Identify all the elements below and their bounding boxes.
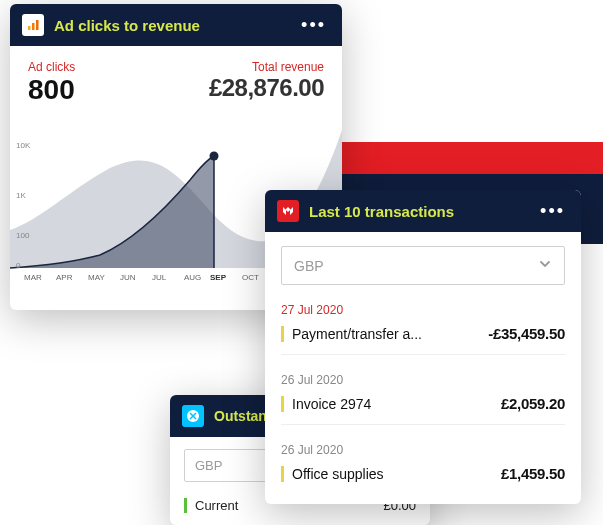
xtick: OCT <box>242 273 259 282</box>
background-stripe-red <box>300 142 603 174</box>
ytick: 10K <box>16 141 31 150</box>
transaction-amount: -£35,459.50 <box>488 325 565 342</box>
card-title: Ad clicks to revenue <box>54 17 287 34</box>
svg-rect-2 <box>32 23 35 30</box>
xtick: APR <box>56 273 73 282</box>
transaction-label: Invoice 2974 <box>281 396 371 412</box>
xtick: JUL <box>152 273 167 282</box>
transaction-label: Payment/transfer a... <box>281 326 422 342</box>
xtick: AUG <box>184 273 201 282</box>
ytick: 0 <box>16 261 21 270</box>
more-icon[interactable]: ••• <box>536 201 569 222</box>
dropdown-value: GBP <box>294 258 324 274</box>
ytick: 1K <box>16 191 26 200</box>
ytick: 100 <box>16 231 30 240</box>
svg-point-5 <box>210 152 219 161</box>
transaction-date: 26 Jul 2020 <box>281 373 565 387</box>
transaction-row[interactable]: Office supplies £1,459.50 <box>281 465 565 494</box>
transaction-date: 27 Jul 2020 <box>281 303 565 317</box>
transaction-date: 26 Jul 2020 <box>281 443 565 457</box>
card-header: Last 10 transactions ••• <box>265 190 581 232</box>
chevron-down-icon <box>538 257 552 274</box>
more-icon[interactable]: ••• <box>297 15 330 36</box>
transaction-row[interactable]: Invoice 2974 £2,059.20 <box>281 395 565 425</box>
xtick: MAR <box>24 273 42 282</box>
metric-label-clicks: Ad clicks <box>28 60 75 74</box>
metric-value-clicks: 800 <box>28 74 75 106</box>
card-header: Ad clicks to revenue ••• <box>10 4 342 46</box>
transaction-amount: £2,059.20 <box>501 395 565 412</box>
card-title: Last 10 transactions <box>309 203 526 220</box>
metric-label-revenue: Total revenue <box>209 60 324 74</box>
xero-icon <box>182 405 204 427</box>
transaction-amount: £1,459.50 <box>501 465 565 482</box>
currency-dropdown[interactable]: GBP <box>281 246 565 285</box>
transaction-row[interactable]: Payment/transfer a... -£35,459.50 <box>281 325 565 355</box>
last-transactions-card: Last 10 transactions ••• GBP 27 Jul 2020… <box>265 190 581 504</box>
svg-rect-1 <box>28 26 31 30</box>
xtick: JUN <box>120 273 136 282</box>
xtick-current: SEP <box>210 273 227 282</box>
svg-rect-3 <box>36 20 39 30</box>
invoice-row-label: Current <box>184 498 238 513</box>
monzo-icon <box>277 200 299 222</box>
metric-value-revenue: £28,876.00 <box>209 74 324 102</box>
dropdown-value: GBP <box>195 458 222 473</box>
transaction-label: Office supplies <box>281 466 384 482</box>
analytics-icon <box>22 14 44 36</box>
xtick: MAY <box>88 273 105 282</box>
